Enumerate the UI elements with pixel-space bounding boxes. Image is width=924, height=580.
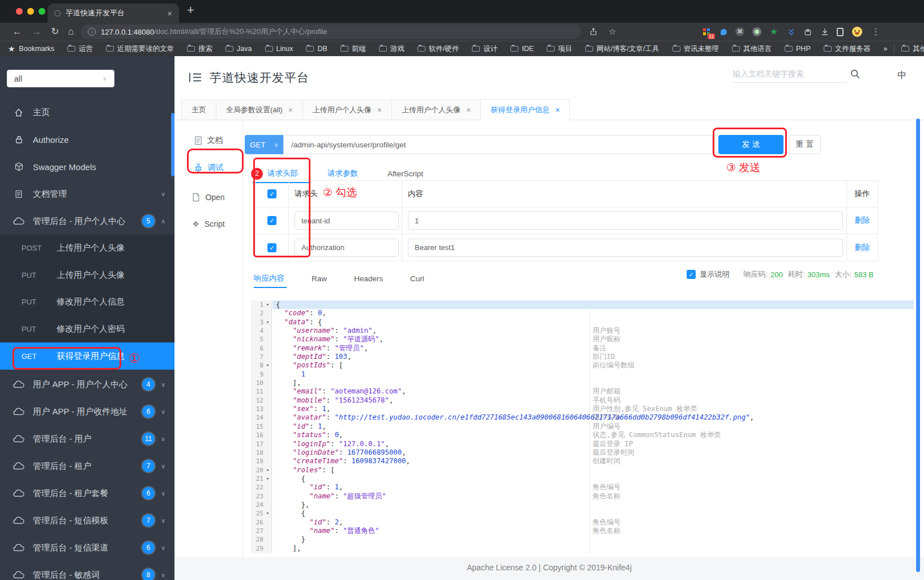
search-icon[interactable] — [850, 69, 861, 79]
sidebar-item-doc-manage[interactable]: 文档管理 ∨ — [0, 180, 174, 208]
bookmark-item[interactable]: 近期需要读的文章 — [106, 44, 174, 54]
back-icon[interactable]: ← — [12, 26, 22, 38]
bookmark-item[interactable]: PHP — [785, 45, 811, 53]
browser-menu-icon[interactable]: ⋮ — [871, 27, 881, 37]
bookmark-item[interactable]: 其他语言 — [732, 44, 772, 54]
row-checkbox[interactable]: ✓ — [267, 243, 276, 252]
bookmark-star-icon[interactable]: ☆ — [607, 27, 618, 37]
window-maximize-button[interactable] — [39, 8, 45, 15]
doc-tab[interactable]: 主页 — [181, 100, 216, 120]
bookmark-item[interactable]: 文件服务器 — [824, 44, 871, 54]
sidebar-operation-item[interactable]: PUT 上传用户个人头像 — [0, 262, 174, 289]
tab-doc[interactable]: 文档 — [174, 128, 242, 153]
sidebar-item-swagger-models[interactable]: Swagger Models — [0, 153, 174, 180]
bookmark-item[interactable]: 设计 — [472, 44, 497, 54]
close-icon[interactable]: × — [377, 105, 382, 115]
sidebar-item-user-profile-group[interactable]: 管理后台 - 用户个人中心 5 ∧ — [0, 208, 174, 235]
sidebar-operation-item[interactable]: GET 获得登录用户信息 — [0, 342, 174, 370]
share-icon[interactable] — [588, 27, 598, 37]
window-close-button[interactable] — [16, 8, 23, 15]
header-value-input[interactable] — [408, 211, 843, 230]
bookmark-item[interactable]: 资讯未整理 — [672, 44, 719, 54]
close-icon[interactable]: × — [466, 105, 471, 115]
request-tab[interactable]: 请求参数 — [327, 168, 358, 179]
address-bar[interactable]: i 127.0.0.1:48080/doc.html#/all/管理后台%20-… — [81, 24, 581, 39]
response-tab[interactable]: Raw — [312, 274, 327, 283]
api-path-input[interactable] — [283, 135, 713, 154]
bookmark-item[interactable]: 前端 — [340, 44, 366, 54]
new-tab-button[interactable]: + — [187, 3, 194, 18]
close-icon[interactable]: × — [555, 105, 560, 115]
bookmark-item[interactable]: IDE — [510, 45, 534, 53]
reset-button[interactable]: 重 置 — [789, 135, 821, 154]
bookmark-item[interactable]: DB — [306, 45, 327, 53]
extensions-puzzle-icon[interactable] — [803, 27, 813, 37]
doc-tab[interactable]: 上传用户个人头像 × — [391, 100, 481, 120]
downloads-icon[interactable] — [820, 27, 830, 37]
bookmarks-overflow-icon[interactable]: » — [883, 45, 887, 53]
doc-tab[interactable]: 获得登录用户信息 × — [480, 99, 570, 120]
extension-pixel-icon[interactable]: 11 — [701, 27, 712, 37]
sidebar-group-item[interactable]: 管理后台 - 短信模板 7 ∨ — [0, 507, 174, 534]
delete-link[interactable]: 删除 — [855, 243, 870, 253]
tab-close-icon[interactable]: × — [167, 9, 172, 18]
bookmarks-manager[interactable]: ★ Bookmarks — [8, 44, 54, 53]
request-tab[interactable]: 2 请求头部 — [251, 168, 298, 180]
sidebar-operation-item[interactable]: PUT 修改用户个人密码 — [0, 316, 174, 343]
window-minimize-button[interactable] — [27, 8, 34, 15]
browser-tab[interactable]: 芋道快速开发平台 × — [48, 3, 179, 23]
bookmark-item[interactable]: 游戏 — [379, 44, 404, 54]
row-checkbox[interactable]: ✓ — [267, 216, 276, 225]
extension-star-icon[interactable]: ★ — [769, 27, 779, 37]
bookmark-item[interactable]: 网站/博客/文章/工具 — [585, 44, 659, 54]
home-icon[interactable]: ⌂ — [68, 26, 74, 38]
bookmark-item[interactable]: Java — [225, 45, 252, 53]
tab-open[interactable]: Open — [174, 185, 242, 210]
response-tab[interactable]: Curl — [410, 274, 424, 283]
page-info-icon[interactable]: i — [88, 28, 96, 36]
close-icon[interactable]: × — [288, 105, 293, 115]
bookmark-item[interactable]: 搜索 — [187, 44, 212, 54]
sidebar-group-item[interactable]: 管理后台 - 用户 11 ∨ — [0, 425, 174, 452]
bookmark-item[interactable]: 项目 — [547, 44, 572, 54]
extension-chevrons-icon[interactable] — [786, 27, 796, 37]
bookmark-item[interactable]: 软件/硬件 — [418, 44, 459, 54]
doc-search-input[interactable] — [733, 65, 846, 83]
show-description-checkbox[interactable]: ✓ — [687, 270, 696, 279]
sidebar-group-item[interactable]: 管理后台 - 敏感词 8 ∨ — [0, 561, 174, 580]
sidebar-operation-item[interactable]: PUT 修改用户个人信息 — [0, 289, 174, 316]
tab-debug[interactable]: 调试 — [174, 155, 242, 180]
bookmark-item[interactable]: 运营 — [67, 44, 93, 54]
sidebar-group-item[interactable]: 管理后台 - 租户 7 ∨ — [0, 452, 174, 480]
bookmark-item[interactable]: Linux — [265, 45, 293, 53]
response-tab[interactable]: Headers — [354, 274, 383, 283]
extension-circle-icon[interactable] — [752, 27, 762, 37]
extension-command-icon[interactable]: ⌘ — [735, 27, 745, 37]
sidebar-group-item[interactable]: 用户 APP - 用户个人中心 4 ∨ — [0, 371, 174, 398]
method-select[interactable]: GET ∨ — [245, 135, 283, 154]
response-tab[interactable]: 响应内容 — [254, 273, 284, 283]
menu-fold-icon[interactable] — [189, 72, 202, 83]
header-value-input[interactable] — [408, 239, 843, 257]
doc-tab[interactable]: 上传用户个人头像 × — [303, 100, 392, 120]
reading-mode-icon[interactable] — [835, 27, 845, 37]
group-filter-select[interactable]: all ∨ — [7, 70, 114, 87]
forward-icon[interactable]: → — [32, 26, 41, 38]
sidebar-group-item[interactable]: 管理后台 - 短信渠道 6 ∨ — [0, 534, 174, 561]
sidebar-item-home[interactable]: 主页 — [0, 99, 174, 126]
other-bookmarks[interactable]: 其他书签 — [901, 44, 924, 54]
sidebar-item-authorize[interactable]: Authorize — [0, 126, 174, 153]
profile-avatar[interactable] — [852, 27, 862, 37]
select-all-checkbox[interactable]: ✓ — [267, 189, 276, 198]
reload-icon[interactable]: ↻ — [51, 26, 59, 38]
tab-script[interactable]: ❖ Script — [174, 211, 242, 236]
header-name-input[interactable] — [295, 211, 399, 230]
header-name-input[interactable] — [295, 239, 399, 257]
request-tab[interactable]: AfterScript — [388, 170, 423, 178]
page-scrollbar-thumb[interactable] — [916, 118, 920, 572]
response-body-editor[interactable]: 1▾{2 "code": 0,3▾ "data": {4 "username":… — [251, 300, 914, 553]
sidebar-operation-item[interactable]: POST 上传用户个人头像 — [0, 235, 174, 262]
sidebar-group-item[interactable]: 用户 APP - 用户收件地址 6 ∨ — [0, 398, 174, 425]
language-toggle[interactable]: 中 — [897, 70, 906, 82]
doc-tab[interactable]: 全局参数设置(all) × — [216, 100, 303, 120]
